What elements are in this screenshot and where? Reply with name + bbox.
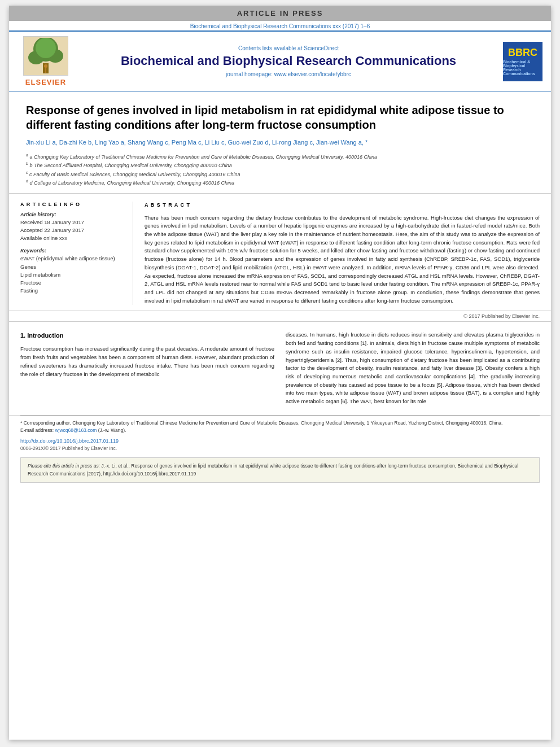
- authors-line: Jin-xiu Li a, Da-zhi Ke b, Ling Yao a, S…: [26, 138, 534, 148]
- body-section: 1. Introduction Fructose consumption has…: [9, 322, 551, 414]
- elsevier-logo: ELSEVIER: [15, 36, 77, 86]
- banner-text: ARTICLE IN PRESS: [237, 9, 323, 18]
- email-label: E-mail address:: [20, 427, 54, 433]
- body-right-column: diseases. In humans, high fructose in di…: [286, 331, 540, 409]
- article-info-abstract-section: A R T I C L E I N F O Article history: R…: [9, 194, 551, 312]
- keyword-1: eWAT (epididymal white adipose tissue): [20, 255, 124, 263]
- bbrc-logo: BBRC Biochemical & BiophysicalResearch C…: [500, 42, 545, 81]
- affiliation-a: a a Chongqing Key Laboratory of Traditio…: [26, 152, 534, 161]
- abstract-heading: A B S T R A C T: [145, 202, 540, 209]
- keywords-label: Keywords:: [20, 248, 124, 254]
- affiliations: a a Chongqing Key Laboratory of Traditio…: [26, 152, 534, 187]
- affiliation-b: b b The Second Affiliated Hospital, Chon…: [26, 161, 534, 170]
- received-date: Received 18 January 2017: [20, 219, 124, 226]
- bbrc-subtitle: Biochemical & BiophysicalResearch Commun…: [503, 60, 542, 76]
- body-left-column: 1. Introduction Fructose consumption has…: [20, 331, 274, 409]
- bbrc-box: BBRC Biochemical & BiophysicalResearch C…: [503, 42, 542, 81]
- journal-header-center: Contents lists available at ScienceDirec…: [82, 45, 495, 77]
- article-info-heading: A R T I C L E I N F O: [20, 202, 124, 207]
- email-address[interactable]: wjwcq68@163.com: [55, 427, 97, 433]
- journal-reference: Biochemical and Biophysical Research Com…: [9, 21, 551, 30]
- email-line: E-mail address: wjwcq68@163.com (J.-w. W…: [20, 427, 540, 434]
- doi-line[interactable]: http://dx.doi.org/10.1016/j.bbrc.2017.01…: [9, 437, 551, 445]
- article-info-column: A R T I C L E I N F O Article history: R…: [20, 202, 133, 305]
- abstract-text: There has been much concern regarding th…: [145, 214, 540, 305]
- svg-point-5: [44, 64, 47, 68]
- contents-available-line: Contents lists available at ScienceDirec…: [82, 45, 495, 51]
- corresponding-author: * Corresponding author. Chongqing Key La…: [20, 420, 540, 427]
- affiliation-d: d d College of Laboratory Medicine, Chon…: [26, 178, 534, 187]
- journal-homepage-line: journal homepage: www.elsevier.com/locat…: [82, 71, 495, 77]
- doi-text[interactable]: http://dx.doi.org/10.1016/j.bbrc.2017.01…: [20, 438, 119, 444]
- accepted-date: Accepted 22 January 2017: [20, 226, 124, 234]
- affiliation-c: c c Faculty of Basic Medical Sciences, C…: [26, 170, 534, 179]
- homepage-link[interactable]: www.elsevier.com/locate/ybbrc: [274, 71, 351, 77]
- intro-right-text: diseases. In humans, high fructose in di…: [286, 331, 540, 405]
- issn-line: 0006-291X/© 2017 Published by Elsevier I…: [9, 445, 551, 452]
- email-suffix: (J.-w. Wang).: [98, 427, 126, 433]
- footnote-area: * Corresponding author. Chongqing Key La…: [9, 416, 551, 438]
- article-title: Response of genes involved in lipid meta…: [26, 103, 534, 132]
- journal-ref-text: Biochemical and Biophysical Research Com…: [190, 23, 370, 29]
- keyword-5: Fasting: [20, 287, 124, 295]
- elsevier-label: ELSEVIER: [25, 78, 66, 86]
- available-online: Available online xxx: [20, 234, 124, 242]
- contents-label: Contents lists available at: [238, 45, 302, 51]
- keyword-3: Lipid metabolism: [20, 271, 124, 279]
- citation-bar: Please cite this article in press as: J.…: [20, 457, 540, 482]
- bbrc-letters: BBRC: [508, 47, 537, 59]
- elsevier-tree-image: [23, 36, 68, 76]
- article-title-section: Response of genes involved in lipid meta…: [9, 91, 551, 194]
- journal-header: ELSEVIER Contents lists available at Sci…: [9, 30, 551, 91]
- keyword-2: Genes: [20, 263, 124, 271]
- article-in-press-banner: ARTICLE IN PRESS: [9, 6, 551, 21]
- sciencedirect-link[interactable]: ScienceDirect: [304, 45, 339, 51]
- citation-prefix: Please cite this article in press as:: [28, 463, 100, 469]
- article-history-label: Article history:: [20, 212, 124, 217]
- intro-title: 1. Introduction: [20, 331, 274, 340]
- keyword-4: Fructose: [20, 279, 124, 287]
- svg-point-4: [36, 38, 56, 58]
- homepage-label: journal homepage:: [226, 71, 273, 77]
- abstract-column: A B S T R A C T There has been much conc…: [145, 202, 540, 305]
- journal-title: Biochemical and Biophysical Research Com…: [82, 54, 495, 68]
- copyright-line: © 2017 Published by Elsevier Inc.: [9, 311, 551, 322]
- citation-text: J.-x. Li, et al., Response of genes invo…: [28, 463, 518, 476]
- intro-left-text: Fructose consumption has increased signi…: [20, 345, 274, 378]
